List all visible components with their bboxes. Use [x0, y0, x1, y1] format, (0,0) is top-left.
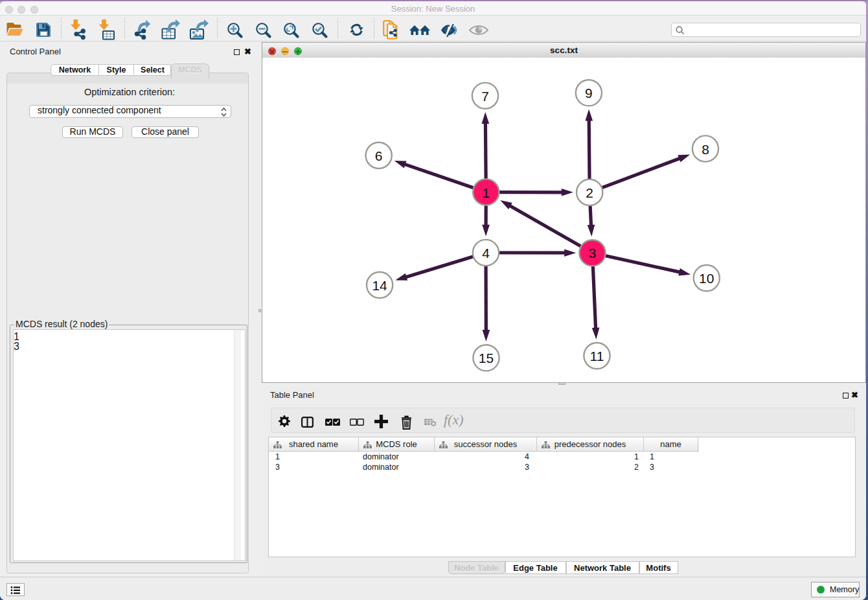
- svg-text:6: 6: [375, 148, 383, 163]
- svg-text:10: 10: [699, 271, 714, 286]
- svg-text:14: 14: [372, 278, 387, 293]
- svg-text:2: 2: [586, 185, 593, 200]
- svg-text:1: 1: [482, 185, 490, 200]
- svg-text:9: 9: [585, 86, 593, 100]
- svg-text:11: 11: [590, 349, 604, 363]
- svg-text:3: 3: [589, 246, 597, 260]
- svg-text:8: 8: [702, 142, 709, 157]
- svg-text:7: 7: [481, 89, 489, 104]
- svg-text:15: 15: [479, 351, 494, 365]
- svg-text:4: 4: [482, 246, 490, 260]
